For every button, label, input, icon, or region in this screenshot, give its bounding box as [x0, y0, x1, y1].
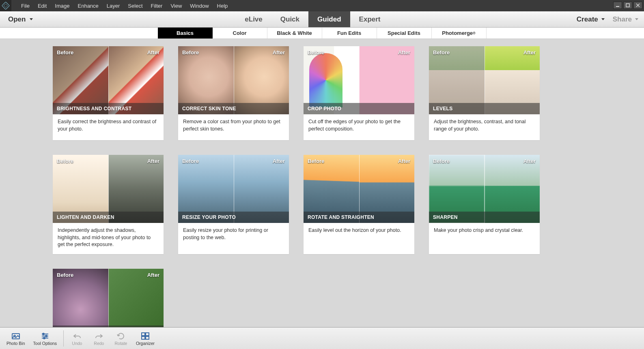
category-tab-special-edits[interactable]: Special Edits [377, 28, 432, 39]
before-label: Before [57, 158, 73, 164]
svg-point-13 [43, 337, 45, 339]
mode-tab-expert[interactable]: Expert [350, 11, 390, 27]
card-title: BRIGHTNESS AND CONTRAST [53, 103, 164, 114]
after-label: After [523, 158, 536, 164]
svg-rect-17 [146, 336, 149, 339]
card-thumbnail: BeforeAfterCORRECT SKIN TONE [178, 46, 289, 114]
after-label: After [147, 49, 159, 56]
svg-rect-14 [142, 333, 145, 336]
footer-rotate[interactable]: Rotate [111, 330, 131, 347]
before-label: Before [308, 49, 324, 56]
create-label: Create [577, 15, 598, 24]
caret-down-icon [635, 18, 638, 20]
card-description: Easily resize your photo for printing or… [178, 223, 289, 249]
menu-select[interactable]: Select [124, 0, 146, 11]
guided-card-vig[interactable]: BeforeAfterVIGNETTE EFFECTAdd a vignette… [53, 269, 164, 328]
guided-card-ld[interactable]: BeforeAfterLIGHTEN AND DARKENIndependent… [53, 155, 164, 254]
footer-toolbar: Photo BinTool OptionsUndoRedoRotateOrgan… [0, 327, 644, 349]
card-description: Independently adjust the shadows, highli… [53, 223, 164, 254]
mode-bar: Open eLiveQuickGuidedExpert Create Share [0, 11, 644, 28]
menu-enhance[interactable]: Enhance [74, 0, 103, 11]
guided-card-rotate[interactable]: BeforeAfterROTATE AND STRAIGHTENEasily l… [304, 155, 414, 254]
guided-card-pencils[interactable]: BeforeAfterCROP PHOTOCut off the edges o… [304, 46, 414, 140]
menu-layer[interactable]: Layer [103, 0, 124, 11]
menu-file[interactable]: File [17, 0, 34, 11]
footer-label: Organizer [136, 341, 155, 346]
card-description: Easily correct the brightness and contra… [53, 114, 164, 140]
menu-view[interactable]: View [166, 0, 186, 11]
guided-card-levels[interactable]: BeforeAfterLEVELSAdjust the brightness, … [429, 46, 540, 140]
footer-tool-options[interactable]: Tool Options [30, 330, 60, 347]
category-tab-fun-edits[interactable]: Fun Edits [322, 28, 377, 39]
menu-window[interactable]: Window [186, 0, 213, 11]
category-tab-basics[interactable]: Basics [158, 28, 213, 39]
card-title: LEVELS [429, 103, 540, 114]
card-description: Remove a color cast from your photo to g… [178, 114, 289, 140]
footer-separator [63, 330, 64, 347]
before-label: Before [57, 272, 73, 278]
organizer-icon [140, 331, 150, 341]
svg-rect-15 [146, 333, 149, 336]
mode-tab-guided[interactable]: Guided [308, 11, 350, 27]
guided-card-baby[interactable]: BeforeAfterCORRECT SKIN TONERemove a col… [178, 46, 289, 140]
footer-label: Photo Bin [6, 341, 25, 346]
open-button[interactable]: Open [0, 11, 49, 27]
menubar: FileEditImageEnhanceLayerSelectFilterVie… [0, 0, 644, 11]
window-controls [613, 2, 642, 10]
card-title: ROTATE AND STRAIGHTEN [304, 212, 414, 223]
menu-image[interactable]: Image [51, 0, 73, 11]
card-thumbnail: BeforeAfterCROP PHOTO [304, 46, 414, 114]
mode-tab-elive[interactable]: eLive [236, 11, 271, 27]
mode-tab-quick[interactable]: Quick [271, 11, 308, 27]
guided-card-sharpen[interactable]: BeforeAfterSHARPENMake your photo crisp … [429, 155, 540, 254]
before-label: Before [57, 49, 73, 56]
app-icon [0, 0, 11, 11]
card-title: SHARPEN [429, 212, 540, 223]
menu-filter[interactable]: Filter [147, 0, 167, 11]
caret-down-icon [601, 18, 605, 20]
after-label: After [147, 158, 159, 164]
guided-card-resize[interactable]: BeforeAfterRESIZE YOUR PHOTOEasily resiz… [178, 155, 289, 254]
caret-down-icon [30, 18, 33, 20]
redo-icon [94, 331, 104, 341]
category-tab-black-white[interactable]: Black & White [267, 28, 322, 39]
card-title: RESIZE YOUR PHOTO [178, 212, 289, 223]
minimize-button[interactable] [613, 2, 622, 9]
card-title: LIGHTEN AND DARKEN [53, 212, 164, 223]
category-tab-color[interactable]: Color [213, 28, 267, 39]
rotate-icon [116, 331, 126, 341]
card-thumbnail: BeforeAfterRESIZE YOUR PHOTO [178, 155, 289, 223]
footer-label: Rotate [114, 341, 127, 346]
card-thumbnail: BeforeAfterLEVELS [429, 46, 540, 114]
before-label: Before [433, 158, 450, 164]
create-button[interactable]: Create [577, 15, 605, 24]
svg-rect-1 [4, 4, 7, 7]
card-description: Adjust the brightness, contrast, and ton… [429, 114, 540, 140]
after-label: After [273, 49, 285, 56]
footer-label: Redo [94, 341, 104, 346]
maximize-button[interactable] [623, 2, 632, 9]
svg-rect-3 [626, 4, 629, 7]
close-button[interactable] [633, 2, 642, 9]
footer-label: Undo [72, 341, 82, 346]
before-label: Before [433, 49, 450, 56]
after-label: After [147, 272, 159, 278]
after-label: After [273, 158, 285, 164]
footer-undo[interactable]: Undo [67, 330, 87, 347]
guided-card-boy[interactable]: BeforeAfterBRIGHTNESS AND CONTRASTEasily… [53, 46, 164, 140]
menu-edit[interactable]: Edit [34, 0, 51, 11]
menu-help[interactable]: Help [213, 0, 232, 11]
card-title: VIGNETTE EFFECT [53, 325, 164, 328]
footer-redo[interactable]: Redo [89, 330, 109, 347]
card-description: Easily level out the horizon of your pho… [304, 223, 414, 249]
share-button[interactable]: Share [613, 15, 638, 24]
card-thumbnail: BeforeAfterSHARPEN [429, 155, 540, 223]
svg-rect-0 [2, 2, 10, 10]
after-label: After [398, 49, 410, 56]
after-label: After [523, 49, 536, 56]
category-tab-photomerge[interactable]: Photomerge® [432, 28, 487, 39]
footer-photo-bin[interactable]: Photo Bin [3, 330, 28, 347]
svg-point-11 [43, 333, 44, 335]
footer-organizer[interactable]: Organizer [133, 330, 158, 347]
card-thumbnail: BeforeAfterBRIGHTNESS AND CONTRAST [53, 46, 164, 114]
